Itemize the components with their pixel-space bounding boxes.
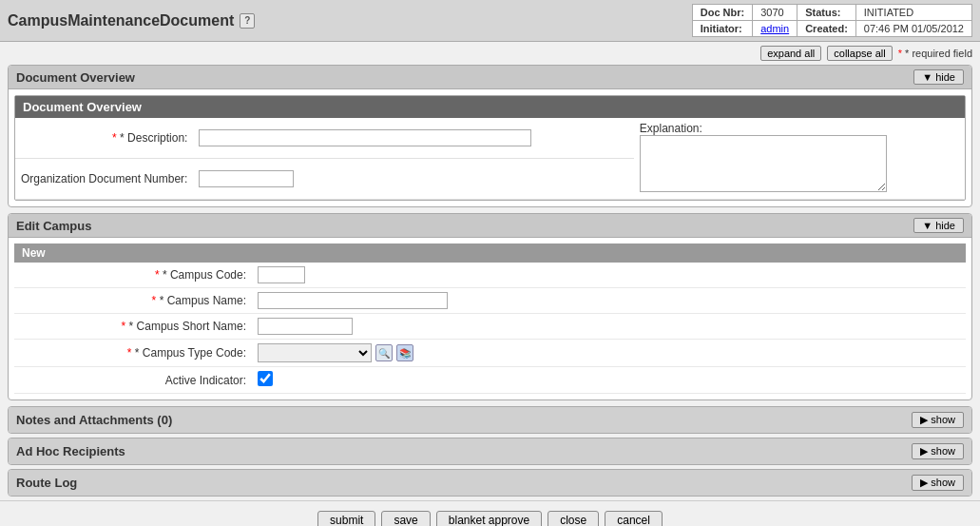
document-overview-header: Document Overview ▼ hide [9,66,971,89]
org-doc-number-input[interactable] [199,170,294,187]
campus-type-code-row: * * Campus Type Code: 🔍 📚 [14,340,966,367]
document-overview-inner-title: Document Overview [15,96,965,118]
campus-form-table: * * Campus Code: * * Campus Name: [14,263,966,394]
adhoc-show-button[interactable]: ▶ show [912,443,964,459]
campus-type-code-label: * * Campus Type Code: [14,340,252,367]
document-overview-section: Document Overview ▼ hide Document Overvi… [8,65,972,207]
footer: submit save blanket approve close cancel [0,500,980,526]
document-overview-title: Document Overview [16,70,135,85]
org-doc-number-cell [193,158,633,199]
status-label: Status: [797,5,856,21]
route-log-section: Route Log ▶ show [8,469,972,497]
active-indicator-label: Active Indicator: [14,367,252,394]
help-icon[interactable]: ? [240,13,255,29]
document-title: CampusMaintenanceDocument [8,12,234,29]
campus-name-label: * * Campus Name: [14,288,252,314]
org-doc-number-label: Organization Document Number: [15,158,193,199]
campus-type-search-icon[interactable]: 🔍 [375,344,393,361]
campus-name-input[interactable] [258,292,448,309]
explanation-textarea[interactable] [640,135,887,192]
adhoc-header: Ad Hoc Recipients ▶ show [9,438,971,464]
campus-code-input[interactable] [258,266,305,283]
description-cell [193,118,633,158]
adhoc-section: Ad Hoc Recipients ▶ show [8,438,972,465]
document-meta-table: Doc Nbr: 3070 Status: INITIATED Initiato… [692,4,972,37]
campus-code-cell [252,263,966,288]
description-row: * * Description: Explanation: [15,118,965,158]
edit-campus-header: Edit Campus ▼ hide [9,214,971,238]
explanation-label: Explanation: [640,122,702,135]
edit-campus-section: Edit Campus ▼ hide New * * Campus Code: … [8,213,972,400]
description-label: * * Description: [15,118,193,158]
new-sub-header: New [14,244,966,263]
page-title: CampusMaintenanceDocument ? [8,4,255,37]
explanation-cell: Explanation: [634,118,965,200]
edit-campus-title: Edit Campus [16,219,91,233]
notes-show-button[interactable]: ▶ show [912,412,964,428]
route-log-title: Route Log [16,476,77,490]
collapse-all-button[interactable]: collapse all [827,46,892,61]
campus-short-name-row: * * Campus Short Name: [14,314,966,340]
campus-type-code-cell: 🔍 📚 [252,340,966,367]
campus-code-label: * * Campus Code: [14,263,252,288]
document-overview-form: * * Description: Explanation: Organizati… [15,118,965,200]
document-overview-inner: Document Overview * * Description: Expla… [14,95,966,201]
created-value: 07:46 PM 01/05/2012 [855,21,971,37]
active-indicator-cell [252,367,966,394]
campus-type-code-select[interactable] [258,343,372,362]
campus-short-name-cell [252,314,966,340]
campus-name-row: * * Campus Name: [14,288,966,314]
adhoc-title: Ad Hoc Recipients [16,444,125,458]
campus-type-book-icon[interactable]: 📚 [396,344,413,361]
cancel-button[interactable]: cancel [605,511,663,526]
notes-title: Notes and Attachments (0) [16,413,172,427]
active-indicator-row: Active Indicator: [14,367,966,394]
created-label: Created: [797,21,856,37]
close-button[interactable]: close [548,511,599,526]
campus-code-row: * * Campus Code: [14,263,966,288]
toolbar: expand all collapse all * * required fie… [0,42,980,65]
initiator-label: Initiator: [692,21,752,37]
submit-button[interactable]: submit [317,511,375,526]
description-input[interactable] [199,129,531,146]
blanket-approve-button[interactable]: blanket approve [436,511,542,526]
notes-section: Notes and Attachments (0) ▶ show [8,406,972,434]
edit-campus-content: New * * Campus Code: * * Campus Name: [14,244,966,394]
active-indicator-checkbox[interactable] [258,371,273,386]
route-log-show-button[interactable]: ▶ show [912,475,964,491]
save-button[interactable]: save [381,511,430,526]
campus-short-name-input[interactable] [258,318,353,335]
doc-nbr-label: Doc Nbr: [692,5,752,21]
doc-nbr-value: 3070 [753,5,797,21]
required-field-note: * * required field [898,48,972,59]
campus-short-name-label: * * Campus Short Name: [14,314,252,340]
campus-name-cell [252,288,966,314]
document-overview-hide-button[interactable]: ▼ hide [913,69,964,85]
expand-all-button[interactable]: expand all [760,46,821,61]
status-value: INITIATED [855,5,971,21]
edit-campus-hide-button[interactable]: ▼ hide [913,218,964,233]
initiator-value[interactable]: admin [753,21,797,37]
notes-header: Notes and Attachments (0) ▶ show [9,407,971,433]
route-log-header: Route Log ▶ show [9,470,971,496]
